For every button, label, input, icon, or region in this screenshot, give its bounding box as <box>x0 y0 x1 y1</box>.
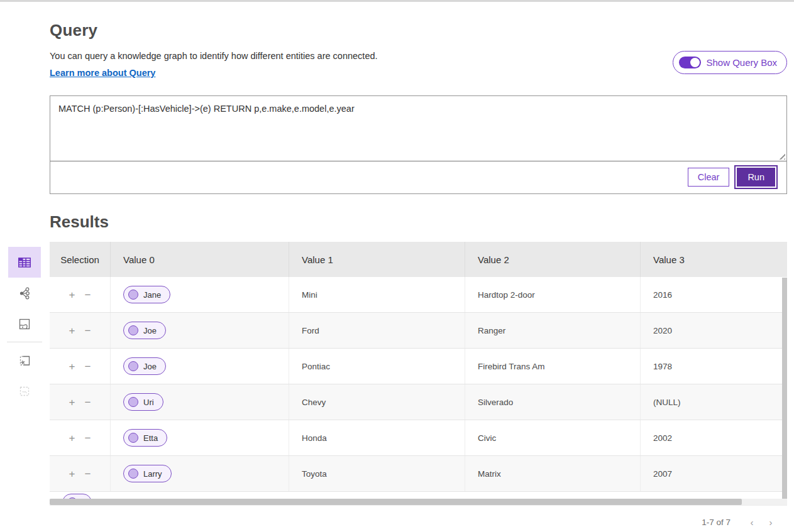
entity-label: Jane <box>143 290 161 300</box>
sidebar-item-link-chart-view[interactable] <box>8 278 41 308</box>
learn-more-link[interactable]: Learn more about Query <box>50 68 155 78</box>
results-title: Results <box>50 212 787 232</box>
remove-from-selection-button[interactable]: − <box>85 469 91 479</box>
add-to-selection-button[interactable]: + <box>69 397 75 408</box>
link-chart-icon <box>17 286 32 301</box>
entity-dot-icon <box>128 290 138 300</box>
map-icon <box>17 317 32 332</box>
add-to-selection-button[interactable]: + <box>69 325 75 336</box>
column-header-1: Value 0 <box>111 242 289 277</box>
vertical-scrollbar-thumb[interactable] <box>782 278 787 499</box>
remove-from-selection-button[interactable]: − <box>85 325 91 336</box>
entity-pill[interactable]: Joe <box>123 357 166 375</box>
query-panel: MATCH (p:Person)-[:HasVehicle]->(e) RETU… <box>50 95 787 194</box>
remove-from-selection-button[interactable]: − <box>85 290 91 300</box>
results-table: SelectionValue 0Value 1Value 2Value 3 + … <box>50 242 787 532</box>
column-header-0: Selection <box>50 242 111 277</box>
entity-dot-icon <box>128 361 138 371</box>
entity-dot-icon <box>128 325 138 335</box>
value0-cell: Larry <box>111 456 289 491</box>
entity-dot-icon <box>128 433 138 443</box>
add-to-selection-button[interactable]: + <box>69 361 75 372</box>
entity-label: Joe <box>143 326 157 335</box>
table-row: + − Larry Toyota Matrix 2007 <box>50 456 787 492</box>
run-button[interactable]: Run <box>737 168 775 187</box>
sidebar-item-new-link-chart-result[interactable] <box>8 345 41 376</box>
table-footer: 1-7 of 7 ‹ › <box>50 505 787 532</box>
entity-dot-icon <box>128 397 138 407</box>
clear-button[interactable]: Clear <box>688 168 730 187</box>
add-to-selection-button[interactable]: + <box>69 290 75 300</box>
remove-from-selection-button[interactable]: − <box>85 397 91 408</box>
previous-page-button[interactable]: ‹ <box>746 516 758 529</box>
selection-cell: + − <box>50 420 111 455</box>
value2-cell: Hardtop 2-door <box>465 277 641 312</box>
table-row-partial <box>50 492 787 499</box>
entity-pill[interactable]: Uri <box>123 393 163 411</box>
entity-pill-partial[interactable] <box>62 494 92 499</box>
table-row: + − Joe Ford Ranger 2020 <box>50 313 787 349</box>
value2-cell: Silverado <box>465 384 641 420</box>
table-body: + − Jane Mini Hardtop 2-door 2016 + − Jo… <box>50 277 787 492</box>
selection-cell: + − <box>50 456 111 491</box>
sidebar-item-table-view[interactable] <box>8 247 41 278</box>
sidebar-divider <box>7 342 42 342</box>
remove-from-selection-button[interactable]: − <box>85 433 91 443</box>
new-link-chart-icon <box>17 353 32 368</box>
selection-cell: + − <box>50 313 111 348</box>
entity-label: Etta <box>143 433 158 443</box>
value3-cell: 1978 <box>641 349 787 384</box>
add-to-selection-button[interactable]: + <box>69 433 75 443</box>
view-switcher-sidebar <box>8 247 41 406</box>
table-row: + − Etta Honda Civic 2002 <box>50 420 787 456</box>
value0-cell: Etta <box>111 420 289 455</box>
entity-label: Joe <box>143 362 157 371</box>
column-header-2: Value 1 <box>289 242 465 277</box>
table-row: + − Joe Pontiac Firebird Trans Am 1978 <box>50 349 787 384</box>
vertical-scrollbar[interactable] <box>782 278 787 499</box>
value3-cell: 2020 <box>641 313 787 348</box>
table-row: + − Jane Mini Hardtop 2-door 2016 <box>50 277 787 313</box>
value1-cell: Ford <box>289 313 465 348</box>
entity-pill[interactable]: Jane <box>123 286 170 303</box>
value3-cell: 2002 <box>641 420 787 455</box>
value1-cell: Pontiac <box>289 349 465 384</box>
entity-pill[interactable]: Etta <box>123 429 167 447</box>
selection-cell: + − <box>50 384 111 420</box>
value2-cell: Civic <box>465 420 641 455</box>
toggle-switch-icon[interactable] <box>679 57 701 68</box>
value2-cell: Matrix <box>465 456 641 491</box>
value3-cell: 2007 <box>641 456 787 491</box>
new-map-disabled-icon <box>17 384 32 399</box>
add-to-selection-button[interactable]: + <box>69 469 75 479</box>
value1-cell: Chevy <box>289 384 465 420</box>
sidebar-item-map-view[interactable] <box>8 308 41 339</box>
entity-label: Uri <box>143 398 154 407</box>
value0-cell: Uri <box>111 384 289 420</box>
selection-cell: + − <box>50 277 111 312</box>
sidebar-item-new-map-result[interactable] <box>8 376 41 406</box>
column-header-3: Value 2 <box>465 242 641 277</box>
table-header-row: SelectionValue 0Value 1Value 2Value 3 <box>50 242 787 277</box>
entity-pill[interactable]: Joe <box>123 322 166 339</box>
column-header-4: Value 3 <box>641 242 787 277</box>
table-icon <box>16 254 33 271</box>
show-query-box-toggle[interactable]: Show Query Box <box>673 51 787 74</box>
value1-cell: Toyota <box>289 456 465 491</box>
horizontal-scrollbar-thumb[interactable] <box>50 499 742 505</box>
entity-pill[interactable]: Larry <box>123 465 172 482</box>
entity-dot-icon <box>128 469 138 479</box>
remove-from-selection-button[interactable]: − <box>85 361 91 372</box>
entity-label: Larry <box>143 469 162 479</box>
selection-cell: + − <box>50 349 111 384</box>
next-page-button[interactable]: › <box>764 516 777 529</box>
value0-cell: Jane <box>111 277 289 312</box>
value2-cell: Ranger <box>465 313 641 348</box>
toggle-label: Show Query Box <box>706 57 777 68</box>
page-title: Query <box>50 21 787 40</box>
value0-cell: Joe <box>111 349 289 384</box>
value0-cell: Joe <box>111 313 289 348</box>
horizontal-scrollbar[interactable] <box>50 499 787 505</box>
value3-cell: 2016 <box>641 277 787 312</box>
query-input[interactable]: MATCH (p:Person)-[:HasVehicle]->(e) RETU… <box>50 96 786 161</box>
